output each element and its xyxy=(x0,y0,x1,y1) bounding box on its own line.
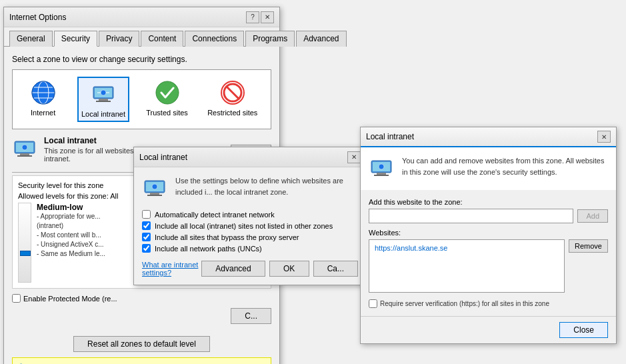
server-verification-label: Require server verification (https:) for… xyxy=(380,300,549,307)
sites-dialog-title: Local intranet xyxy=(366,132,414,141)
reset-zones-button[interactable]: Reset all zones to default level xyxy=(73,336,210,352)
intranet-header-text: Use the settings below to define which w… xyxy=(175,175,358,202)
zone-restricted-sites-label: Restricted sites xyxy=(207,109,257,117)
intranet-advanced-button[interactable]: Advanced xyxy=(201,261,265,277)
tab-security[interactable]: Security xyxy=(54,31,97,47)
tabs-container: General Security Privacy Content Connect… xyxy=(4,27,279,47)
close-button[interactable]: ✕ xyxy=(261,11,274,23)
tab-privacy[interactable]: Privacy xyxy=(99,31,139,47)
security-desc-0: - Appropriate for we... xyxy=(37,212,105,221)
svg-point-31 xyxy=(379,164,384,169)
svg-rect-20 xyxy=(17,155,32,157)
slider-track[interactable] xyxy=(18,203,31,283)
protected-mode-label: Enable Protected Mode (re... xyxy=(23,295,117,303)
level-buttons-row: C... xyxy=(12,308,271,324)
intranet-checkbox-3: Include all network paths (UNCs) xyxy=(142,244,358,253)
sites-title-bar: Local intranet ✕ xyxy=(361,127,616,147)
intranet-settings-link[interactable]: What are intranet settings? xyxy=(142,261,201,277)
add-website-button[interactable]: Add xyxy=(577,209,608,223)
intranet-checkbox-0: Automatically detect intranet network xyxy=(142,210,358,219)
security-level-text: Medium-low - Appropriate for we... (intr… xyxy=(37,203,105,259)
intranet-checkbox-list: Automatically detect intranet network In… xyxy=(142,210,358,253)
network-paths-checkbox[interactable] xyxy=(142,244,151,253)
internet-options-title: Internet Options xyxy=(9,13,66,22)
security-level-name: Medium-low xyxy=(37,203,105,212)
svg-rect-8 xyxy=(99,99,108,101)
intranet-ok-button[interactable]: OK xyxy=(269,261,309,277)
server-verification-checkbox[interactable] xyxy=(369,299,377,308)
network-paths-label: Include all network paths (UNCs) xyxy=(155,245,262,253)
protected-mode-checkbox[interactable] xyxy=(12,294,21,303)
local-intranet-close[interactable]: ✕ xyxy=(347,151,361,163)
sites-header-icon xyxy=(369,155,395,182)
local-intranet-controls: ✕ xyxy=(347,151,361,163)
tab-connections[interactable]: Connections xyxy=(185,31,244,47)
local-intranet-title-bar: Local intranet ✕ xyxy=(134,147,366,167)
sites-verify-row: Require server verification (https:) for… xyxy=(369,299,608,308)
security-desc-2: - Most content will b... xyxy=(37,231,105,240)
intranet-header: Use the settings below to define which w… xyxy=(142,175,358,202)
help-button[interactable]: ? xyxy=(246,11,259,23)
local-intranet-content: Use the settings below to define which w… xyxy=(134,167,366,285)
intranet-cancel-button[interactable]: Ca... xyxy=(313,261,358,277)
svg-rect-9 xyxy=(96,101,111,102)
zones-row: Internet xyxy=(19,77,264,122)
sites-dialog-close-x[interactable]: ✕ xyxy=(597,131,611,143)
security-desc-4: - Same as Medium le... xyxy=(37,249,105,259)
globe-icon xyxy=(30,79,57,106)
sites-input-row: Add xyxy=(369,209,608,223)
tab-advanced[interactable]: Advanced xyxy=(296,31,346,47)
auto-detect-checkbox[interactable] xyxy=(142,210,151,219)
zone-trusted-sites-label: Trusted sites xyxy=(146,109,188,117)
info-bar: ℹ Some settings are managed by your syst… xyxy=(12,357,271,364)
tab-content[interactable]: Content xyxy=(141,31,183,47)
local-intranet-title: Local intranet xyxy=(139,153,187,162)
sites-list-item-0[interactable]: https://anslut.skane.se xyxy=(372,243,561,253)
bypass-proxy-checkbox[interactable] xyxy=(142,233,151,241)
custom-level-button[interactable]: C... xyxy=(231,308,271,324)
local-intranet-dialog: Local intranet ✕ Use the settings below … xyxy=(133,147,367,285)
sites-list-row: https://anslut.skane.se Remove xyxy=(369,239,608,293)
zone-name: Local intranet xyxy=(44,136,231,145)
sites-content: Add this website to the zone: Add Websit… xyxy=(361,190,616,316)
intranet-icon xyxy=(90,81,117,107)
zone-internet[interactable]: Internet xyxy=(23,77,63,122)
security-desc-1: (intranet) xyxy=(37,221,105,231)
svg-rect-19 xyxy=(20,153,29,155)
svg-point-13 xyxy=(156,81,179,104)
sites-list: https://anslut.skane.se xyxy=(369,239,565,293)
websites-label: Websites: xyxy=(369,229,608,237)
zone-restricted-sites[interactable]: Restricted sites xyxy=(205,77,260,122)
svg-point-10 xyxy=(101,90,106,95)
intranet-checkbox-2: Include all sites that bypass the proxy … xyxy=(142,233,358,241)
restricted-icon xyxy=(219,79,246,106)
svg-rect-29 xyxy=(377,173,386,175)
protected-mode-row: Enable Protected Mode (re... xyxy=(12,294,271,303)
slider-thumb xyxy=(20,251,31,256)
bypass-proxy-label: Include all sites that bypass the proxy … xyxy=(155,233,299,241)
tab-general[interactable]: General xyxy=(9,31,53,47)
include-local-checkbox[interactable] xyxy=(142,221,151,230)
tab-programs[interactable]: Programs xyxy=(245,31,295,47)
trusted-icon xyxy=(154,79,181,106)
zone-local-intranet[interactable]: Local intranet xyxy=(77,77,129,122)
zone-trusted-sites[interactable]: Trusted sites xyxy=(143,77,191,122)
zone-internet-label: Internet xyxy=(31,109,55,117)
intranet-bottom: What are intranet settings? Advanced OK … xyxy=(142,261,358,277)
sites-header-text: You can add and remove websites from thi… xyxy=(402,155,608,182)
reset-row: Reset all zones to default level xyxy=(4,336,279,352)
sites-bottom: Close xyxy=(361,316,616,343)
add-website-label: Add this website to the zone: xyxy=(369,198,608,206)
svg-point-21 xyxy=(22,145,27,150)
remove-website-button[interactable]: Remove xyxy=(569,239,608,253)
security-desc-3: - Unsigned ActiveX c... xyxy=(37,240,105,249)
sites-header: You can add and remove websites from thi… xyxy=(361,147,616,190)
add-website-input[interactable] xyxy=(369,209,573,223)
title-bar-controls: ? ✕ xyxy=(246,11,274,23)
sites-close-button[interactable]: Close xyxy=(559,322,608,338)
internet-options-title-bar: Internet Options ? ✕ xyxy=(4,7,279,27)
intranet-header-icon xyxy=(142,175,169,202)
sites-dialog: Local intranet ✕ You can add and remove … xyxy=(360,127,617,344)
svg-rect-24 xyxy=(150,193,159,195)
include-local-label: Include all local (intranet) sites not l… xyxy=(155,222,333,230)
